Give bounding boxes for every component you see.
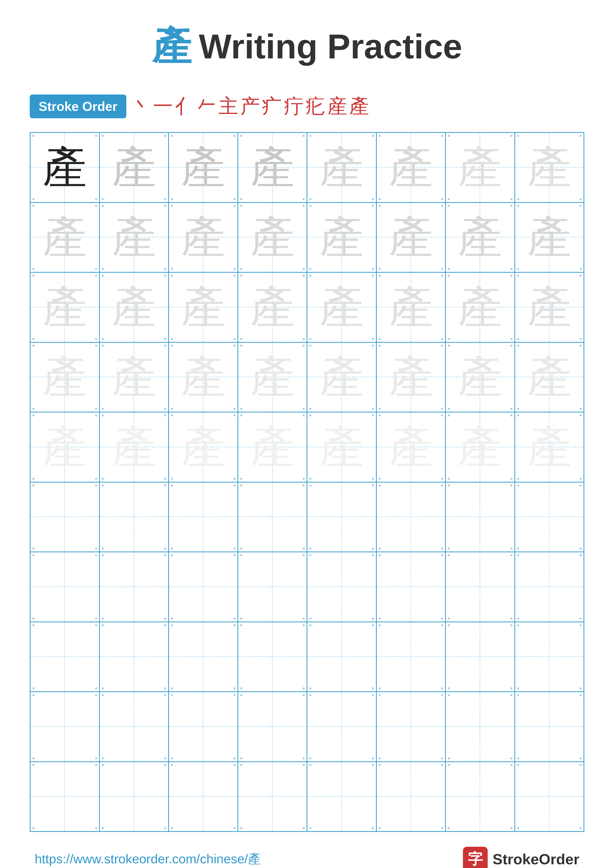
grid-cell[interactable]: 產 (515, 273, 584, 342)
grid-cell[interactable]: 產 (100, 273, 169, 342)
practice-character: 產 (319, 425, 364, 470)
grid-cell-empty[interactable] (446, 482, 515, 552)
grid-cell[interactable]: 產 (100, 133, 169, 202)
grid-cell-empty[interactable] (100, 622, 169, 691)
grid-cell[interactable]: 產 (31, 343, 100, 412)
grid-cell-empty[interactable] (238, 692, 308, 761)
grid-cell[interactable]: 產 (377, 343, 446, 412)
grid-cell[interactable]: 產 (377, 133, 446, 202)
grid-cell-empty[interactable] (100, 482, 169, 552)
practice-character: 產 (389, 215, 433, 260)
grid-cell-empty[interactable] (377, 622, 446, 691)
grid-cell[interactable]: 產 (31, 133, 100, 202)
grid-cell[interactable]: 產 (307, 133, 377, 202)
grid-cell[interactable]: 產 (238, 133, 308, 202)
footer-logo: 字 StrokeOrder (463, 847, 579, 868)
grid-cell[interactable]: 產 (307, 273, 377, 342)
grid-cell-empty[interactable] (169, 552, 238, 622)
grid-cell[interactable]: 產 (169, 343, 238, 412)
grid-cell-empty[interactable] (100, 692, 169, 761)
grid-cell-empty[interactable] (169, 482, 238, 552)
footer-url[interactable]: https://www.strokeorder.com/chinese/產 (35, 851, 261, 868)
practice-character: 產 (458, 285, 502, 330)
grid-cell[interactable]: 產 (446, 412, 515, 482)
grid-cell[interactable]: 產 (238, 203, 308, 272)
grid-cell[interactable]: 產 (169, 133, 238, 202)
grid-row-9 (31, 692, 583, 762)
practice-character: 產 (181, 215, 225, 260)
grid-cell-empty[interactable] (446, 552, 515, 622)
grid-cell-empty[interactable] (31, 482, 100, 552)
practice-character: 產 (42, 425, 87, 470)
grid-cell-empty[interactable] (307, 762, 377, 831)
grid-cell-empty[interactable] (169, 762, 238, 831)
grid-cell-empty[interactable] (169, 622, 238, 691)
grid-cell-empty[interactable] (377, 762, 446, 831)
grid-cell[interactable]: 產 (307, 203, 377, 272)
grid-cell[interactable]: 產 (31, 273, 100, 342)
grid-cell-empty[interactable] (307, 692, 377, 761)
grid-cell[interactable]: 產 (515, 203, 584, 272)
grid-cell-empty[interactable] (238, 622, 308, 691)
grid-cell-empty[interactable] (377, 552, 446, 622)
grid-cell[interactable]: 產 (446, 203, 515, 272)
grid-cell[interactable]: 產 (100, 203, 169, 272)
grid-cell-empty[interactable] (515, 482, 584, 552)
footer-logo-text: StrokeOrder (493, 851, 579, 868)
grid-cell-empty[interactable] (446, 622, 515, 691)
grid-cell[interactable]: 產 (377, 273, 446, 342)
grid-cell-empty[interactable] (515, 762, 584, 831)
grid-cell[interactable]: 產 (169, 412, 238, 482)
grid-cell-empty[interactable] (31, 762, 100, 831)
grid-row-1: 產 產 產 產 產 產 產 (31, 133, 583, 203)
practice-character: 產 (250, 215, 295, 260)
grid-cell-empty[interactable] (446, 762, 515, 831)
grid-cell[interactable]: 產 (515, 412, 584, 482)
practice-character: 產 (458, 215, 502, 260)
grid-cell-empty[interactable] (515, 622, 584, 691)
grid-cell-empty[interactable] (446, 692, 515, 761)
grid-row-5: 產 產 產 產 產 產 產 (31, 412, 583, 482)
grid-cell[interactable]: 產 (446, 133, 515, 202)
grid-cell-empty[interactable] (169, 692, 238, 761)
grid-cell[interactable]: 產 (307, 343, 377, 412)
grid-cell-empty[interactable] (307, 622, 377, 691)
grid-cell-empty[interactable] (307, 552, 377, 622)
grid-cell[interactable]: 產 (307, 412, 377, 482)
grid-cell[interactable]: 產 (238, 412, 308, 482)
grid-cell[interactable]: 產 (100, 343, 169, 412)
grid-cell[interactable]: 產 (446, 273, 515, 342)
grid-cell-empty[interactable] (238, 552, 308, 622)
grid-cell-empty[interactable] (307, 482, 377, 552)
grid-cell[interactable]: 產 (31, 203, 100, 272)
grid-cell-empty[interactable] (238, 482, 308, 552)
grid-cell-empty[interactable] (31, 622, 100, 691)
grid-cell-empty[interactable] (238, 762, 308, 831)
grid-cell[interactable]: 產 (100, 412, 169, 482)
grid-cell-empty[interactable] (515, 552, 584, 622)
grid-cell-empty[interactable] (515, 692, 584, 761)
practice-grid: 產 產 產 產 產 產 產 (30, 132, 584, 832)
grid-cell[interactable]: 產 (31, 412, 100, 482)
practice-character: 產 (112, 355, 156, 399)
grid-cell[interactable]: 產 (515, 133, 584, 202)
grid-cell-empty[interactable] (31, 692, 100, 761)
grid-cell-empty[interactable] (377, 482, 446, 552)
grid-row-2: 產 產 產 產 產 產 產 (31, 203, 583, 273)
grid-cell[interactable]: 產 (169, 203, 238, 272)
grid-cell[interactable]: 產 (515, 343, 584, 412)
grid-cell[interactable]: 產 (238, 343, 308, 412)
grid-cell-empty[interactable] (100, 762, 169, 831)
grid-cell[interactable]: 產 (446, 343, 515, 412)
grid-cell[interactable]: 產 (377, 412, 446, 482)
practice-character: 產 (181, 425, 225, 470)
grid-cell[interactable]: 產 (169, 273, 238, 342)
grid-row-6 (31, 482, 583, 553)
grid-cell-empty[interactable] (31, 552, 100, 622)
grid-cell[interactable]: 產 (377, 203, 446, 272)
grid-cell[interactable]: 產 (238, 273, 308, 342)
title-label: Writing Practice (199, 26, 462, 67)
practice-character: 產 (527, 285, 572, 330)
grid-cell-empty[interactable] (100, 552, 169, 622)
grid-cell-empty[interactable] (377, 692, 446, 761)
